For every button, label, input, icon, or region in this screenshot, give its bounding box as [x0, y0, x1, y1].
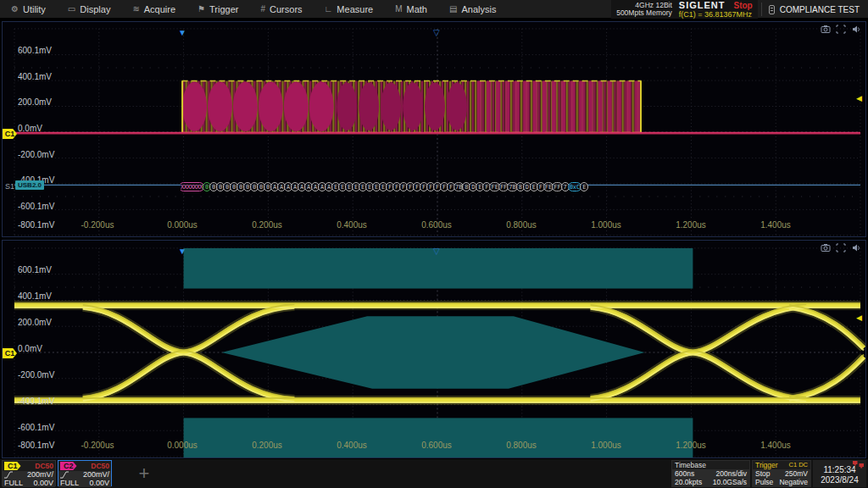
menu-item-utility[interactable]: ⚙Utility	[0, 0, 57, 19]
eye-diagram-canvas	[3, 241, 865, 458]
timebase-points: 20.0kpts	[675, 478, 702, 486]
menu-item-label: Utility	[23, 4, 46, 14]
menu-item-math[interactable]: MMath	[384, 0, 438, 19]
channel-box-c2[interactable]: C2DC50200mV/FULL0.00V	[58, 460, 112, 486]
expand-icon[interactable]	[836, 25, 846, 34]
trigger-position-marker[interactable]: ▼	[178, 247, 186, 256]
waveform-plot[interactable]: 600.1mV400.1mV200.0mV0.0mV-200.0mV-400.1…	[2, 21, 866, 237]
trigger-title: Trigger	[755, 461, 778, 469]
channel-name-badge: C2	[60, 462, 77, 470]
eye-diagram-plot[interactable]: 600.1mV400.1mV200.0mV0.0mV-200.0mV-400.1…	[2, 240, 866, 458]
menu-item-trigger[interactable]: ⚑Trigger	[186, 0, 249, 19]
x-axis-label: 1.200us	[665, 220, 716, 230]
menu-item-label: Cursors	[270, 4, 303, 14]
menu-item-measure[interactable]: ∟Measure	[314, 0, 385, 19]
y-axis-label: -800.1mV	[18, 220, 54, 230]
timebase-box[interactable]: Timebase 600ns 200ns/div 20.0kpts 10.0GS…	[671, 460, 750, 487]
channel-offset: 0.00V	[89, 480, 109, 488]
plot1-corner-icons	[821, 25, 861, 34]
x-axis-label: 1.200us	[665, 441, 716, 450]
y-axis-label: 600.1mV	[18, 46, 52, 55]
menu-item-cursors[interactable]: #Cursors	[249, 0, 313, 19]
datetime-box[interactable]: 11:25:34 2023/8/24	[813, 460, 866, 487]
sound-icon[interactable]	[851, 25, 861, 34]
lan-icon	[853, 461, 865, 469]
trigger-type: Pulse	[755, 478, 773, 486]
decode-token: E	[580, 182, 588, 191]
trigger-state: Stop	[755, 469, 771, 478]
y-axis-label: 600.1mV	[18, 265, 52, 274]
y-axis-label: 200.0mV	[18, 97, 52, 107]
expand-icon[interactable]	[836, 243, 846, 252]
x-axis-label: 0.600us	[411, 441, 462, 450]
math-icon: M	[395, 4, 402, 14]
header-right: 4GHz 12Bit 500Mpts Memory SIGLENT Stop f…	[611, 0, 868, 19]
channel-header: C1DC50	[3, 461, 55, 470]
delay-reference-marker[interactable]: ▽	[433, 29, 440, 37]
trigger-level-marker[interactable]: ◀	[856, 314, 862, 322]
menu-item-label: Analysis	[461, 4, 496, 14]
camera-icon[interactable]	[821, 25, 831, 34]
status-bar: C1DC50200mV/FULL0.00VC2DC50200mV/FULL0.0…	[0, 459, 868, 488]
frequency-counter: f(C1) = 36.81367MHz	[679, 10, 753, 19]
channel-bandwidth: FULL	[4, 480, 23, 488]
compliance-icon	[769, 5, 775, 14]
compliance-label: COMPLIANCE TEST	[780, 5, 860, 14]
trigger-box[interactable]: Trigger C1 DC Stop 250mV Pulse Negative	[752, 460, 811, 487]
clock-date: 2023/8/24	[813, 475, 866, 485]
y-axis-label: -400.1mV	[18, 396, 54, 406]
decode-source-label: S1	[5, 182, 14, 191]
delay-reference-marker[interactable]: ▽	[433, 247, 440, 256]
trigger-position-marker[interactable]: ▼	[178, 29, 186, 37]
y-axis-label: 200.0mV	[18, 318, 52, 327]
y-axis-label: -200.0mV	[18, 370, 54, 380]
channel-header: C2DC50	[58, 461, 111, 470]
analysis-icon: ▤	[449, 4, 457, 14]
x-axis-label: 0.400us	[326, 441, 377, 450]
channel-offset-row: FULL0.00V	[60, 480, 109, 488]
trigger-level-marker[interactable]: ◀	[856, 95, 862, 103]
channel-offset: 0.00V	[33, 480, 53, 488]
measure-icon: ∟	[325, 4, 333, 14]
decode-token-row: XXXXXXX0000000000AAAAAAAAAEEEEEEEEFFFFFF…	[181, 181, 648, 192]
channel-name-badge: C1	[4, 462, 21, 470]
x-axis-label: -0.200us	[72, 220, 123, 230]
menu-item-label: Display	[80, 4, 110, 14]
menu-bar: ⚙Utility▭Display≋Acquire⚑Trigger#Cursors…	[0, 0, 868, 19]
memory-label: 500Mpts Memory	[616, 9, 672, 18]
menu-item-analysis[interactable]: ▤Analysis	[438, 0, 507, 19]
menu-item-display[interactable]: ▭Display	[57, 0, 122, 19]
cursors-icon: #	[260, 4, 265, 14]
y-axis-label: 400.1mV	[18, 291, 52, 301]
eye-mask-regions	[184, 248, 693, 458]
camera-icon[interactable]	[821, 243, 831, 252]
waveform-canvas	[3, 22, 865, 236]
utility-icon: ⚙	[11, 4, 19, 14]
channel-coupling: DC50	[35, 462, 53, 470]
menu-item-acquire[interactable]: ≋Acquire	[121, 0, 186, 19]
channel-values: 200mV/FULL0.00V	[3, 471, 55, 487]
display-icon: ▭	[68, 4, 75, 14]
acquisition-state[interactable]: Stop	[734, 1, 753, 10]
timebase-rate: 10.0GSa/s	[713, 478, 747, 486]
trigger-source: C1 DC	[788, 461, 808, 469]
compliance-test-button[interactable]: COMPLIANCE TEST	[765, 5, 868, 14]
header-divider	[761, 3, 762, 16]
system-info: 4GHz 12Bit 500Mpts Memory	[611, 0, 677, 19]
menu-item-label: Math	[407, 4, 427, 14]
x-axis-label: 1.000us	[581, 441, 632, 450]
channel-box-c1[interactable]: C1DC50200mV/FULL0.00V	[2, 460, 56, 486]
decode-bus-badge[interactable]: USB2.0	[15, 180, 44, 190]
x-axis-label: 0.600us	[411, 220, 462, 230]
add-channel-button[interactable]: +	[127, 460, 161, 486]
sound-icon[interactable]	[851, 243, 861, 252]
channel-bandwidth: FULL	[60, 480, 79, 488]
trigger-slope: Negative	[779, 478, 808, 486]
y-axis-label: -200.0mV	[18, 150, 54, 159]
plot2-corner-icons	[821, 243, 861, 252]
timebase-scale: 200ns/div	[716, 469, 747, 478]
y-axis-label: 0.0mV	[18, 124, 42, 133]
trigger-icon: ⚑	[198, 4, 205, 14]
x-axis-label: 0.000us	[157, 441, 208, 450]
usb-packet-burst	[182, 80, 642, 132]
